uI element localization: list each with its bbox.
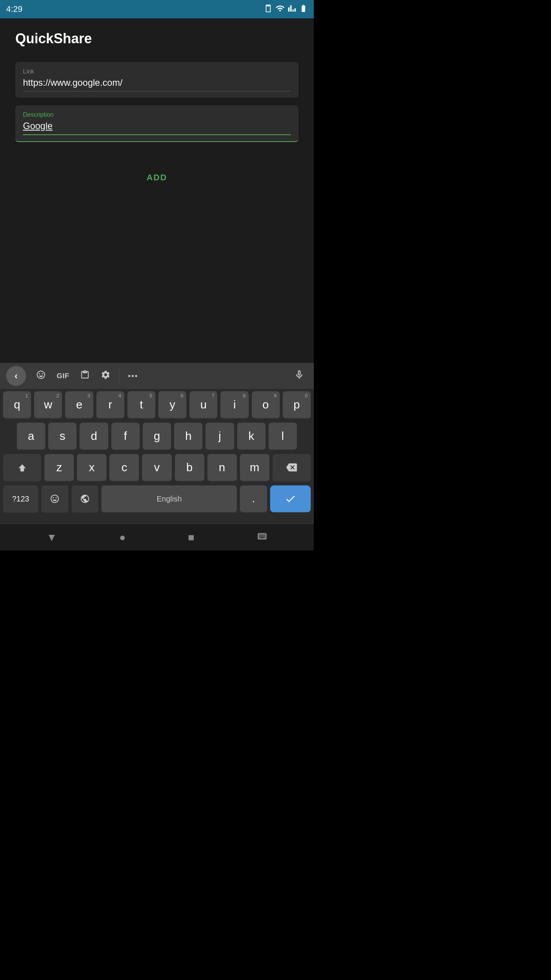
description-field[interactable]: Description Google [15,105,298,142]
signal-icon [288,4,296,15]
keyboard-back-button[interactable]: ‹ [6,366,26,386]
add-button-container: ADD [15,150,298,198]
keyboard-keys: 1q 2w 3e 4r 5t 6y 7u 8i 9o 0p a s d f g … [0,389,314,513]
key-e[interactable]: 3e [65,391,93,419]
keyboard-smiley-button[interactable] [31,367,51,385]
key-d[interactable]: d [80,423,108,450]
key-c[interactable]: c [109,454,139,482]
key-row-1: 1q 2w 3e 4r 5t 6y 7u 8i 9o 0p [3,391,311,419]
key-u[interactable]: 7u [189,391,217,419]
key-n[interactable]: n [207,454,237,482]
key-f[interactable]: f [111,423,140,450]
key-a[interactable]: a [17,423,45,450]
key-row-bottom: ?123 English . [3,485,311,513]
link-value: https://www.google.com/ [23,77,291,91]
keyboard: ‹ GIF ••• [0,363,314,524]
toolbar-divider [119,369,119,383]
key-x[interactable]: x [77,454,106,482]
keyboard-gif-button[interactable]: GIF [51,369,75,383]
key-r[interactable]: 4r [96,391,124,419]
keyboard-clipboard-button[interactable] [75,367,95,385]
keyboard-more-button[interactable]: ••• [122,369,143,384]
key-w[interactable]: 2w [34,391,62,419]
key-s[interactable]: s [48,423,77,450]
key-row-2: a s d f g h j k l [3,423,311,450]
key-i[interactable]: 8i [220,391,248,419]
key-period[interactable]: . [240,485,267,513]
key-z[interactable]: z [44,454,74,482]
battery-icon [299,4,308,15]
key-space[interactable]: English [101,485,237,513]
description-value: Google [23,121,291,135]
key-h[interactable]: h [174,423,202,450]
keyboard-toolbar: ‹ GIF ••• [0,363,314,389]
status-time: 4:29 [6,4,23,14]
status-bar: 4:29 [0,0,314,18]
key-globe[interactable] [72,485,99,513]
key-g[interactable]: g [143,423,171,450]
nav-back-icon[interactable]: ▼ [46,531,57,544]
description-label: Description [23,111,291,118]
link-label: Link [23,68,291,75]
key-b[interactable]: b [175,454,204,482]
wifi-icon [276,4,285,15]
settings-gear-icon [101,370,111,382]
link-field[interactable]: Link https://www.google.com/ [15,62,298,98]
app-content: QuickShare Link https://www.google.com/ … [0,18,314,363]
key-o[interactable]: 9o [252,391,280,419]
key-enter[interactable] [270,485,311,513]
key-backspace[interactable] [272,454,311,482]
back-chevron-icon: ‹ [15,371,18,381]
app-title: QuickShare [15,31,298,47]
key-t[interactable]: 5t [127,391,155,419]
keyboard-settings-button[interactable] [95,367,116,385]
smiley-icon [36,370,46,382]
mic-icon [294,371,305,382]
key-p[interactable]: 0p [283,391,311,419]
key-m[interactable]: m [240,454,269,482]
key-numbers[interactable]: ?123 [3,485,38,513]
key-j[interactable]: j [205,423,234,450]
key-emoji[interactable] [41,485,68,513]
add-button[interactable]: ADD [147,173,167,183]
key-k[interactable]: k [237,423,266,450]
key-q[interactable]: 1q [3,391,31,419]
nav-recents-icon[interactable]: ■ [188,531,194,544]
key-row-3: z x c v b n m [3,454,311,482]
nav-home-icon[interactable]: ● [119,531,126,544]
keyboard-mic-button[interactable] [291,366,308,386]
key-v[interactable]: v [142,454,171,482]
key-shift[interactable] [3,454,41,482]
key-l[interactable]: l [269,423,297,450]
clipboard-icon [80,370,90,382]
key-y[interactable]: 6y [158,391,186,419]
sim-icon [264,4,272,15]
nav-keyboard-icon[interactable] [257,531,267,544]
nav-bar: ▼ ● ■ [0,524,314,550]
status-icons [264,4,308,15]
